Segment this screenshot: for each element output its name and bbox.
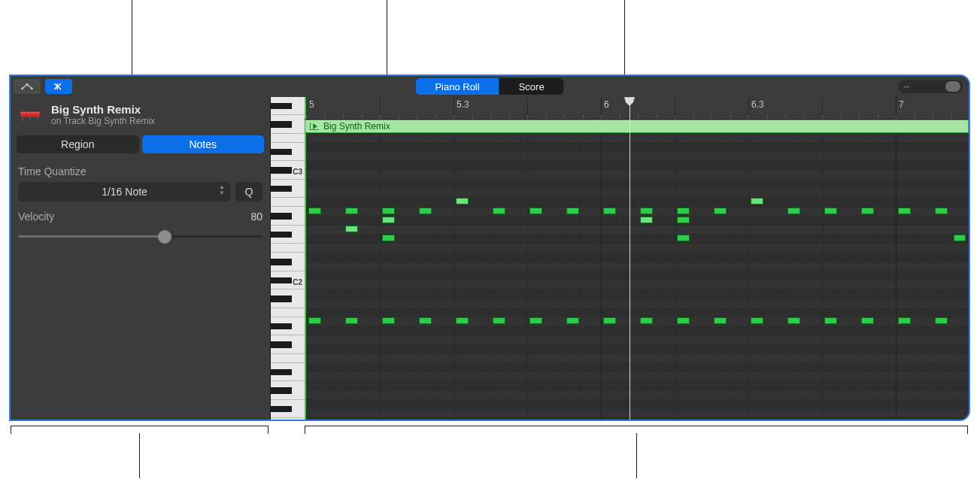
velocity-slider[interactable] [18,229,262,244]
track-instrument-icon [18,106,44,124]
midi-note[interactable] [861,208,874,214]
automation-button[interactable] [14,79,41,94]
midi-note[interactable] [935,208,948,214]
time-quantize-label: Time Quantize [18,165,262,177]
ruler-label: 5.3 [457,99,469,110]
callout-bracket-grid [305,426,968,433]
midi-note[interactable] [382,317,395,324]
ruler-label: 6 [604,99,609,110]
midi-note[interactable] [345,317,358,324]
playhead[interactable] [630,97,630,420]
region-header: Big Synth Remix on Track Big Synth Remix [11,97,270,131]
region-bar[interactable]: Big Synth Remix [305,120,969,133]
midi-note[interactable] [714,317,727,324]
svg-rect-6 [38,117,39,120]
catch-icon [52,81,65,92]
time-ruler[interactable]: 55.366.37 [305,97,969,120]
midi-note[interactable] [566,317,579,324]
region-play-icon [310,123,319,130]
callout-bracket-inspector [11,426,269,433]
midi-note[interactable] [787,317,800,324]
playhead-head-icon [623,97,636,107]
midi-note[interactable] [677,217,690,223]
midi-note[interactable] [419,208,432,214]
quantize-button[interactable]: Q [235,182,262,202]
midi-note[interactable] [714,208,727,214]
svg-rect-7 [29,117,31,120]
inspector-tabs: Region Notes [11,131,270,158]
midi-note[interactable] [456,198,469,205]
ruler-label: 7 [899,99,904,110]
midi-note[interactable] [456,317,469,324]
callout-line-bottom-1 [139,433,140,478]
midi-note[interactable] [493,317,505,324]
midi-note[interactable] [898,317,911,324]
callout-line-bottom-2 [636,433,637,478]
callout-line-top-1 [132,0,132,74]
midi-note[interactable] [677,208,690,214]
midi-note[interactable] [382,208,395,214]
midi-note[interactable] [954,235,966,241]
midi-note[interactable] [640,317,653,324]
midi-note[interactable] [529,317,542,324]
midi-note[interactable] [382,235,395,241]
midi-note[interactable] [382,217,395,223]
callout-line-top-2 [387,0,387,74]
tab-region[interactable]: Region [17,135,139,153]
midi-note[interactable] [935,317,948,324]
zoom-arrow-icon: ↔ [898,82,915,91]
time-quantize-dropdown[interactable]: 1/16 Note ▲▼ [18,182,231,202]
ruler-label: 6.3 [751,99,764,110]
automation-curve-icon [20,81,34,92]
velocity-value: 80 [250,211,262,223]
midi-note[interactable] [640,208,653,214]
midi-note[interactable] [898,208,911,214]
svg-rect-5 [22,117,23,120]
ruler-label: 5 [309,99,314,110]
piano-roll-editor-window: Piano Roll Score ↔ [9,74,970,421]
inspector-panel: Big Synth Remix on Track Big Synth Remix… [11,97,270,420]
note-grid-area: 55.366.37 Big Synth Remix [305,97,969,420]
midi-note[interactable] [419,317,432,324]
dropdown-arrows-icon: ▲▼ [219,184,225,196]
midi-note[interactable] [566,208,579,214]
midi-note[interactable] [824,208,837,214]
horizontal-zoom-slider[interactable]: ↔ [898,80,963,93]
callout-line-top-3 [624,0,625,74]
velocity-label: Velocity [18,211,54,223]
midi-note[interactable] [787,208,800,214]
midi-note[interactable] [308,208,321,214]
midi-note[interactable] [308,317,321,324]
tab-notes[interactable]: Notes [142,135,265,153]
midi-note[interactable] [677,235,690,241]
region-subtitle: on Track Big Synth Remix [51,116,155,126]
view-switcher: Piano Roll Score [415,78,563,95]
svg-rect-4 [20,111,40,114]
region-name: Big Synth Remix [51,103,155,116]
midi-note[interactable] [751,317,763,324]
editor-top-bar: Piano Roll Score ↔ [11,76,969,97]
tab-score[interactable]: Score [499,78,564,95]
midi-note[interactable] [345,208,358,214]
midi-note[interactable] [603,208,616,214]
time-quantize-value: 1/16 Note [102,186,147,198]
tab-piano-roll[interactable]: Piano Roll [415,78,499,95]
note-grid[interactable] [305,133,969,420]
midi-note[interactable] [751,198,763,205]
key-label: C3 [293,168,302,176]
piano-keyboard[interactable]: C3C2 [270,97,305,420]
midi-note[interactable] [603,317,616,324]
midi-note[interactable] [493,208,505,214]
key-label: C2 [293,278,302,286]
midi-note[interactable] [824,317,837,324]
region-bar-label: Big Synth Remix [323,121,390,132]
midi-note[interactable] [345,226,358,232]
midi-note[interactable] [677,317,690,324]
midi-note[interactable] [640,217,653,223]
catch-playhead-button[interactable] [45,79,72,94]
midi-note[interactable] [529,208,542,214]
midi-note[interactable] [861,317,874,324]
